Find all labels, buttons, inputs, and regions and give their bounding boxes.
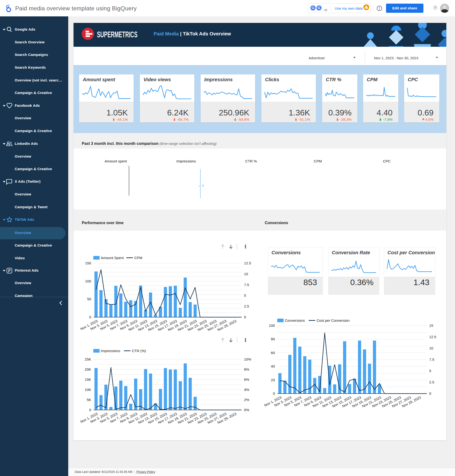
svg-text:Paid Media | TikTok Ads Overvi: Paid Media | TikTok Ads Overview	[154, 31, 231, 36]
svg-text:SUPERMETRICS: SUPERMETRICS	[97, 30, 138, 39]
